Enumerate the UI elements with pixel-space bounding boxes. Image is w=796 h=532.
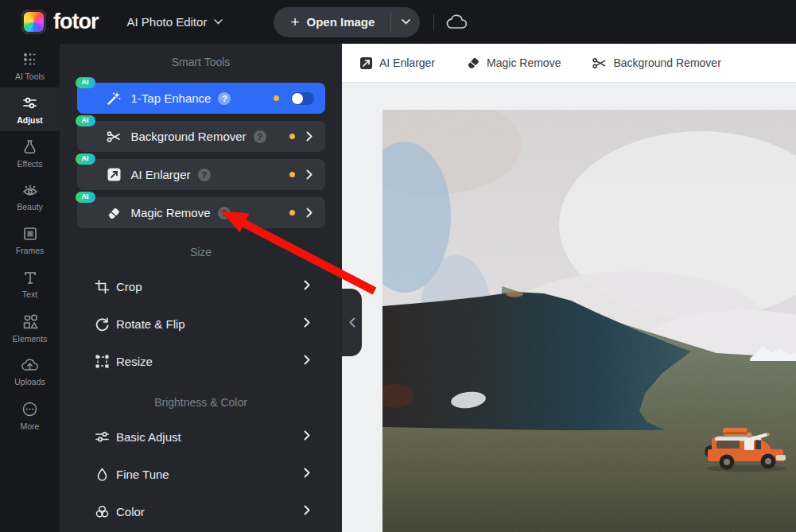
topbar-divider [433,14,434,31]
panel-collapse-handle[interactable] [342,289,362,356]
sidebar-item-label: AI Tools [15,72,45,81]
tool-label: Magic Remove [131,206,211,219]
sidebar-item-label: Elements [13,334,48,344]
premium-dot [289,172,295,177]
app-menu-dropdown[interactable]: AI Photo Editor [126,15,223,29]
help-icon[interactable]: ? [218,92,231,105]
sidebar-item-label: Beauty [17,202,43,212]
chevron-down-icon [402,19,410,25]
sidebar-item-elements[interactable]: Elements [0,306,60,350]
toggle-knob [292,93,303,104]
more-icon [21,401,38,417]
tool-row-resize[interactable]: Resize [60,347,342,375]
chevron-right-icon [304,504,310,518]
premium-dot [289,134,295,139]
ai-badge: AI [76,77,95,88]
sidebar-item-more[interactable]: More [0,394,60,437]
sidebar-item-label: More [21,421,40,431]
sidebar-item-beauty[interactable]: Beauty [0,175,60,219]
cloud-sync-button[interactable] [446,14,468,30]
quick-tool-background-remover[interactable]: Background Remover [592,56,720,71]
chevron-right-icon [304,467,310,481]
quick-tool-label: AI Enlarger [379,56,435,69]
ai-badge: AI [76,192,95,203]
open-image-label: Open Image [307,15,375,29]
sidebar-item-uploads[interactable]: Uploads [0,350,60,394]
tool-label: 1-Tap Enhance [131,91,212,105]
section-title-brightness-color: Brightness & Color [60,396,342,409]
tool-row-1-tap-enhance[interactable]: AI 1-Tap Enhance ? [77,83,325,114]
tool-row-rotate-flip[interactable]: Rotate & Flip [60,309,342,338]
cloud-icon [446,14,468,30]
tool-row-basic-adjust[interactable]: Basic Adjust [60,422,342,451]
chevron-right-icon [304,354,310,368]
help-icon[interactable]: ? [218,207,231,219]
enlarge-icon [359,56,373,70]
scissors-icon [106,129,122,145]
open-image-split-button: + Open Image [274,7,420,37]
sliders-icon [94,429,110,445]
quick-tool-magic-remove[interactable]: Magic Remove [466,56,561,70]
shapes-icon [21,313,39,330]
one-tap-enhance-toggle[interactable] [291,92,314,105]
adjust-icon [21,95,38,111]
sidebar-item-label: Text [22,289,37,299]
chevron-down-icon [214,19,223,25]
sidebar-item-adjust[interactable]: Adjust [0,87,60,131]
open-image-more-button[interactable] [391,7,420,37]
upload-cloud-icon [21,357,39,373]
tool-row-fine-tune[interactable]: Fine Tune [60,460,342,488]
canvas-area: AI Enlarger Magic Remove Background Remo… [342,44,796,532]
premium-dot [289,210,295,216]
main-sidebar: AI Tools Adjust Effects Beauty Frames Te… [0,44,60,532]
tool-label: Rotate & Flip [116,317,185,331]
eraser-icon [466,56,480,70]
tool-label: Resize [116,355,153,368]
quick-tool-ai-enlarger[interactable]: AI Enlarger [359,56,435,70]
tool-row-background-remover[interactable]: AI Background Remover ? [77,121,325,152]
sidebar-item-text[interactable]: Text [0,262,60,306]
quick-tool-label: Magic Remove [487,56,561,69]
scissors-icon [592,56,607,71]
sidebar-item-label: Frames [16,246,45,255]
droplet-icon [94,467,110,482]
tool-label: Color [116,505,145,518]
canvas-image [382,110,796,532]
adjust-panel: Smart Tools AI 1-Tap Enhance ? AI Backgr… [60,44,342,532]
rotate-icon [94,316,110,332]
tool-row-ai-enlarger[interactable]: AI AI Enlarger ? [77,159,325,190]
crop-icon [94,279,110,294]
landscape-photo [382,110,796,532]
eye-icon [21,182,39,198]
ai-tools-icon [21,51,38,68]
sidebar-item-label: Effects [17,159,43,169]
chevron-right-icon [306,131,313,142]
tool-row-color[interactable]: Color [60,497,342,526]
tool-label: AI Enlarger [131,168,191,181]
section-title-size: Size [60,246,342,258]
tool-row-magic-remove[interactable]: AI Magic Remove ? [77,197,325,228]
magic-wand-icon [106,91,122,107]
premium-dot [274,95,279,101]
fotor-logo[interactable]: fotor [21,10,98,34]
fotor-app: fotor AI Photo Editor + Open Image AI To… [0,0,796,532]
open-image-button[interactable]: + Open Image [274,7,390,37]
enlarge-icon [106,167,122,182]
sidebar-item-ai-tools[interactable]: AI Tools [0,44,60,87]
tool-label: Crop [116,280,142,293]
tool-label: Background Remover [131,130,247,143]
brand-name: fotor [53,10,98,34]
fotor-logo-icon [21,10,46,34]
help-icon[interactable]: ? [254,130,266,143]
tool-row-crop[interactable]: Crop [60,272,342,301]
help-icon[interactable]: ? [198,169,211,181]
sidebar-item-label: Adjust [17,115,43,125]
app-menu-label: AI Photo Editor [126,15,207,29]
tool-label: Basic Adjust [116,430,181,444]
flask-icon [21,138,38,155]
resize-icon [94,354,110,369]
color-circles-icon [94,504,110,519]
sidebar-item-effects[interactable]: Effects [0,131,60,175]
sidebar-item-frames[interactable]: Frames [0,219,60,262]
text-icon [22,270,38,285]
